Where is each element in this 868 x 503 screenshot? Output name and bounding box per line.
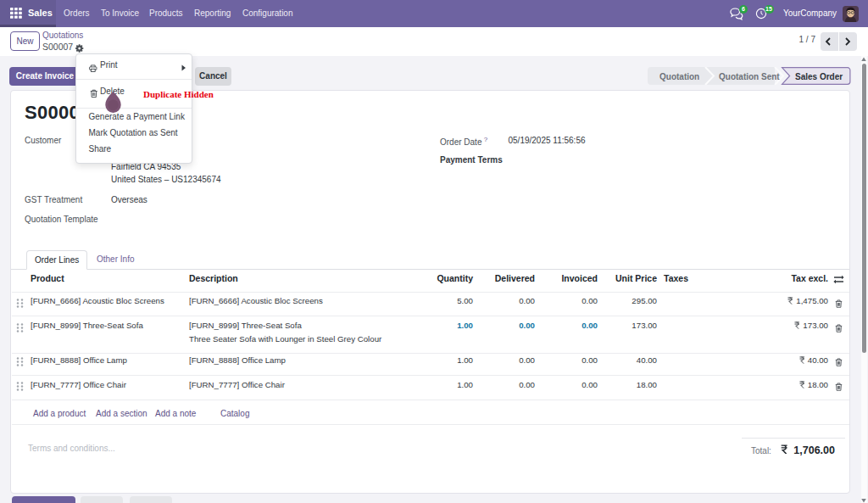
svg-text:Quotation: Quotation bbox=[659, 72, 699, 81]
svg-text:Sales Order: Sales Order bbox=[795, 72, 843, 81]
svg-text:Quotation Sent: Quotation Sent bbox=[719, 72, 780, 81]
